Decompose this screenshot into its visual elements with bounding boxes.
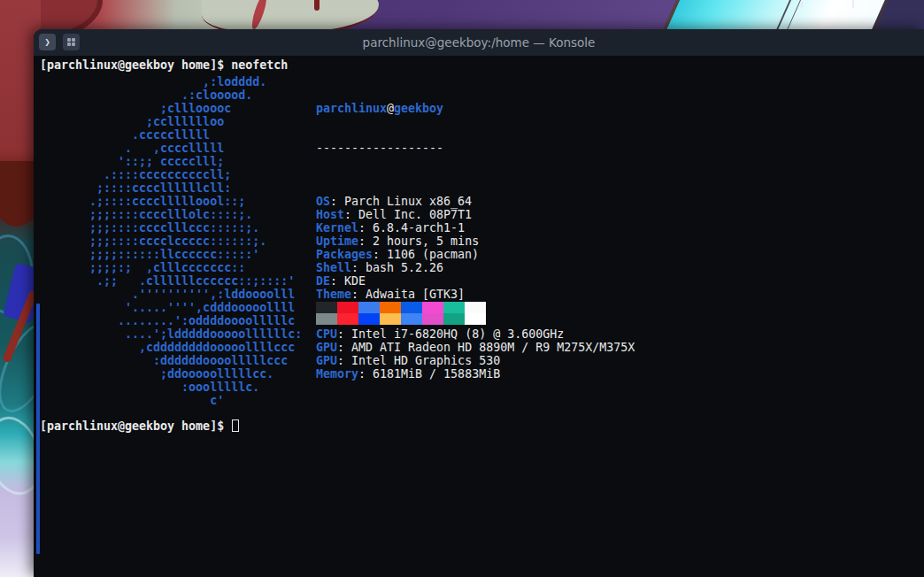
info-line: Packages: 1106 (pacman) xyxy=(316,248,635,261)
neofetch-separator: ------------------ xyxy=(316,142,635,155)
palette-swatch xyxy=(316,313,337,325)
info-label: Memory xyxy=(316,367,358,381)
info-label: GPU xyxy=(316,341,337,354)
palette_row2 xyxy=(316,313,486,325)
info-label: Kernel xyxy=(316,221,358,235)
palette-swatch xyxy=(465,302,486,313)
palette-swatch xyxy=(337,302,358,313)
palette-swatch xyxy=(443,302,465,313)
ascii-art: ,:lodddd. .:clooood. ;clllooooc ;cclllll… xyxy=(40,75,302,407)
palette-swatch xyxy=(316,302,337,313)
neofetch-info: parchlinux@geekboy ------------------ OS… xyxy=(316,75,635,381)
info-value: : 1106 (pacman) xyxy=(373,248,479,261)
info-label: Host xyxy=(316,208,344,221)
info-line: DE: KDE xyxy=(316,274,635,288)
info-label: DE xyxy=(316,274,330,288)
window-titlebar[interactable]: ❯ parchlinux@geekboy:/home — Konsole xyxy=(34,29,924,56)
info-value: : Intel HD Graphics 530 xyxy=(337,354,500,367)
info-label: CPU xyxy=(316,327,337,341)
info-value: : bash 5.2.26 xyxy=(351,261,443,274)
info-value: : 6181MiB / 15883MiB xyxy=(358,367,500,381)
prompt-line-neofetch: [parchlinux@geekboy home]$ neofetch xyxy=(40,58,288,72)
terminal-cursor xyxy=(232,419,239,432)
palette-swatch xyxy=(443,313,465,325)
wallpaper-speck xyxy=(801,2,803,8)
info-value: : Parch Linux x86_64 xyxy=(330,195,472,208)
palette-swatch xyxy=(358,302,380,313)
terminal-viewport[interactable]: [parchlinux@geekboy home]$ neofetch ,:lo… xyxy=(34,56,924,577)
info-value: : Intel i7-6820HQ (8) @ 3.600GHz xyxy=(337,327,564,341)
info-value: : AMD ATI Radeon HD 8890M / R9 M275X/M37… xyxy=(337,341,635,354)
wallpaper-red-drip xyxy=(314,0,320,11)
info-label: Packages xyxy=(316,248,373,261)
info-label: Theme xyxy=(316,288,351,301)
info-line: CPU: Intel i7-6820HQ (8) @ 3.600GHz xyxy=(316,327,635,341)
info-line: Host: Dell Inc. 08P7T1 xyxy=(316,208,635,221)
konsole-window: ❯ parchlinux@geekboy:/home — Konsole [pa… xyxy=(34,29,924,577)
palette_row1 xyxy=(316,302,486,313)
palette-swatch xyxy=(465,313,486,325)
palette-swatch xyxy=(422,302,443,313)
info-value: : 6.8.4-arch1-1 xyxy=(358,221,465,235)
palette-swatch xyxy=(380,313,401,325)
info-line: Memory: 6181MiB / 15883MiB xyxy=(316,367,635,381)
info-label: Shell xyxy=(316,261,351,274)
info-line: Kernel: 6.8.4-arch1-1 xyxy=(316,221,635,235)
info-line: GPU: AMD ATI Radeon HD 8890M / R9 M275X/… xyxy=(316,341,635,354)
info-label: Uptime xyxy=(316,235,358,248)
info-line: Uptime: 2 hours, 5 mins xyxy=(316,235,635,248)
info-label: GPU xyxy=(316,354,337,367)
info-line: Shell: bash 5.2.26 xyxy=(316,261,635,274)
prompt-line-current: [parchlinux@geekboy home]$ xyxy=(40,419,239,433)
window-title: parchlinux@geekboy:/home — Konsole xyxy=(34,29,924,56)
info-value: : Adwaita [GTK3] xyxy=(351,288,465,301)
palette-swatch xyxy=(401,313,422,325)
info-label: OS xyxy=(316,195,330,208)
neofetch-at: @ xyxy=(387,102,394,115)
wallpaper-gray-figure xyxy=(202,0,379,32)
info-value: : 2 hours, 5 mins xyxy=(358,235,479,248)
info-line: OS: Parch Linux x86_64 xyxy=(316,195,635,208)
palette-swatch xyxy=(422,313,443,325)
info-value: : Dell Inc. 08P7T1 xyxy=(344,208,472,221)
wallpaper-top-strip xyxy=(0,0,924,32)
info-line: Theme: Adwaita [GTK3] xyxy=(316,288,635,301)
info-value: : KDE xyxy=(330,274,366,288)
neofetch-palette xyxy=(316,302,486,325)
neofetch-host: geekboy xyxy=(394,102,443,115)
neofetch-user: parchlinux xyxy=(316,102,387,115)
palette-swatch xyxy=(337,313,358,325)
palette-swatch xyxy=(401,302,422,313)
neofetch-userhost: parchlinux@geekboy xyxy=(316,102,635,115)
palette-swatch xyxy=(380,302,401,313)
wallpaper-speck xyxy=(852,0,854,8)
info-line: GPU: Intel HD Graphics 530 xyxy=(316,354,635,367)
palette-swatch xyxy=(358,313,380,325)
